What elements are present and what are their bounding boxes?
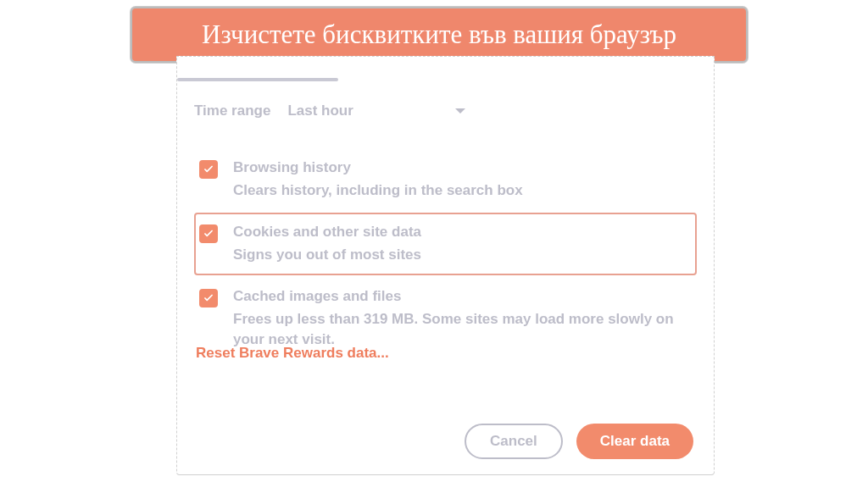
instruction-banner: Изчистете бисквитките във вашия браузър: [131, 7, 748, 63]
check-icon: [203, 228, 214, 240]
dropdown-caret-icon: [455, 108, 465, 114]
clear-data-button[interactable]: Clear data: [576, 424, 693, 459]
option-texts: Cookies and other site data Signs you ou…: [233, 223, 421, 265]
clear-label: Clear data: [600, 433, 670, 450]
option-texts: Cached images and files Frees up less th…: [233, 287, 674, 350]
time-range-select[interactable]: Last hour: [287, 102, 465, 119]
time-range-row: Time range Last hour: [194, 102, 465, 119]
check-icon: [203, 163, 214, 175]
reset-link-text: Reset Brave Rewards data...: [196, 345, 389, 361]
reset-rewards-link[interactable]: Reset Brave Rewards data...: [196, 345, 389, 362]
option-title: Browsing history: [233, 158, 523, 177]
options-list: Browsing history Clears history, includi…: [194, 148, 697, 361]
dialog-buttons: Cancel Clear data: [465, 424, 693, 459]
clear-data-dialog: Time range Last hour Browsing history Cl…: [176, 56, 715, 475]
option-title: Cached images and files: [233, 287, 674, 306]
option-cookies[interactable]: Cookies and other site data Signs you ou…: [194, 213, 697, 275]
cancel-button[interactable]: Cancel: [465, 424, 563, 459]
option-desc: Signs you out of most sites: [233, 245, 421, 265]
banner-title: Изчистете бисквитките във вашия браузър: [202, 19, 676, 50]
checkbox-cached[interactable]: [199, 289, 218, 307]
checkbox-cookies[interactable]: [199, 224, 218, 243]
active-tab-indicator: [177, 78, 338, 81]
time-range-value: Last hour: [287, 102, 353, 119]
cancel-label: Cancel: [490, 433, 537, 450]
time-range-label: Time range: [194, 102, 270, 119]
option-desc: Frees up less than 319 MB. Some sites ma…: [233, 309, 674, 350]
checkbox-browsing-history[interactable]: [199, 160, 218, 179]
option-desc: Clears history, including in the search …: [233, 180, 523, 201]
option-texts: Browsing history Clears history, includi…: [233, 158, 523, 201]
check-icon: [203, 292, 214, 304]
option-browsing-history[interactable]: Browsing history Clears history, includi…: [194, 148, 697, 211]
option-title: Cookies and other site data: [233, 223, 421, 241]
